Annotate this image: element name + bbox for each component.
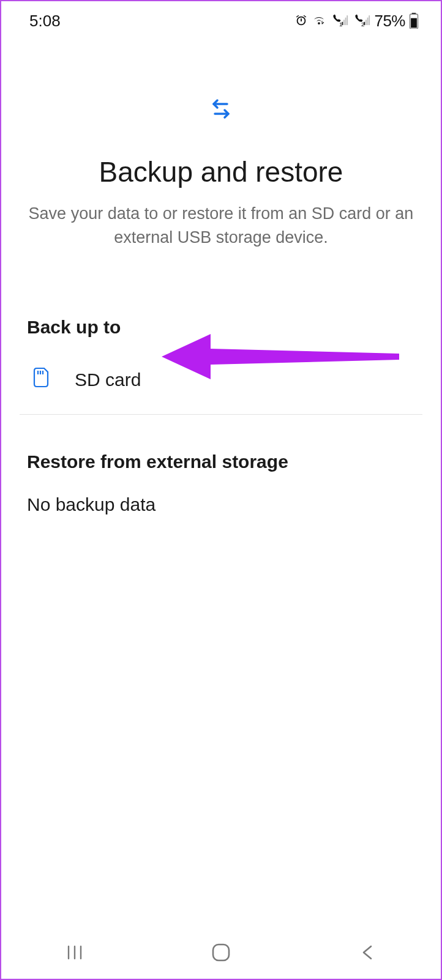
call-sim2-icon: 2: [352, 14, 370, 28]
svg-rect-6: [364, 22, 365, 25]
status-right: 1 2 75%: [294, 12, 419, 31]
battery-icon: [409, 13, 419, 29]
svg-rect-4: [347, 15, 348, 25]
recents-button[interactable]: [56, 944, 93, 961]
backup-section: Back up to SD card: [1, 317, 441, 414]
status-time: 5:08: [29, 12, 61, 31]
page-title: Backup and restore: [26, 155, 416, 188]
wifi-icon: [312, 14, 326, 28]
svg-rect-9: [369, 15, 370, 25]
page-header: Backup and restore Save your data to or …: [1, 34, 441, 250]
page-subtitle: Save your data to or restore it from an …: [26, 202, 416, 250]
svg-rect-20: [213, 945, 229, 960]
sd-card-label: SD card: [75, 369, 141, 390]
svg-rect-1: [342, 22, 343, 25]
svg-rect-2: [344, 20, 345, 25]
call-sim1-icon: 1: [330, 14, 348, 28]
restore-section: Restore from external storage No backup …: [1, 451, 441, 515]
backup-section-title: Back up to: [27, 317, 415, 338]
sd-card-item[interactable]: SD card: [27, 360, 415, 414]
navigation-bar: [1, 926, 441, 979]
battery-percent: 75%: [374, 12, 405, 31]
home-button[interactable]: [203, 942, 239, 963]
svg-rect-7: [366, 20, 367, 25]
restore-section-title: Restore from external storage: [27, 451, 415, 472]
no-backup-label: No backup data: [27, 494, 415, 515]
alarm-icon: [294, 14, 308, 28]
svg-rect-12: [411, 18, 417, 28]
sd-card-icon: [32, 367, 50, 392]
transfer-icon: [208, 95, 234, 125]
svg-rect-8: [367, 18, 369, 25]
back-button[interactable]: [349, 944, 386, 961]
svg-rect-3: [345, 18, 346, 25]
section-divider: [20, 414, 422, 415]
status-bar: 5:08 1 2 75%: [1, 1, 441, 34]
